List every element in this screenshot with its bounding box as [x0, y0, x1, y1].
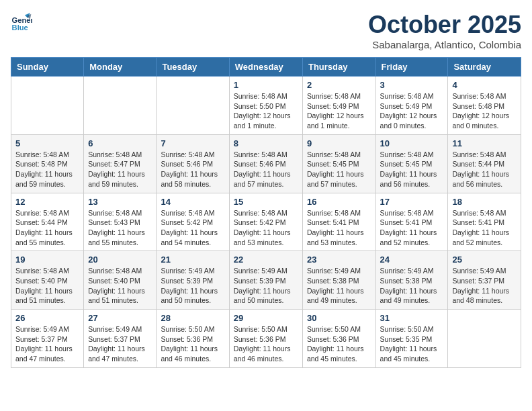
week-row-1: 1Sunrise: 5:48 AMSunset: 5:50 PMDaylight… [11, 77, 521, 135]
calendar-cell: 1Sunrise: 5:48 AMSunset: 5:50 PMDaylight… [229, 77, 302, 135]
day-number: 2 [307, 80, 371, 90]
day-number: 9 [307, 138, 371, 148]
day-number: 14 [161, 197, 224, 207]
day-info: Sunrise: 5:48 AMSunset: 5:44 PMDaylight:… [15, 208, 79, 248]
calendar-cell: 30Sunrise: 5:50 AMSunset: 5:36 PMDayligh… [302, 310, 375, 368]
calendar-cell: 7Sunrise: 5:48 AMSunset: 5:46 PMDaylight… [157, 134, 229, 193]
calendar-cell: 3Sunrise: 5:48 AMSunset: 5:49 PMDaylight… [375, 77, 448, 135]
weekday-header-row: SundayMondayTuesdayWednesdayThursdayFrid… [11, 58, 521, 77]
day-info: Sunrise: 5:48 AMSunset: 5:40 PMDaylight:… [15, 266, 79, 306]
day-info: Sunrise: 5:50 AMSunset: 5:35 PMDaylight:… [380, 324, 444, 364]
day-info: Sunrise: 5:48 AMSunset: 5:49 PMDaylight:… [307, 91, 371, 131]
calendar-cell: 16Sunrise: 5:48 AMSunset: 5:41 PMDayligh… [302, 193, 375, 251]
calendar-cell: 20Sunrise: 5:48 AMSunset: 5:40 PMDayligh… [84, 251, 157, 310]
day-number: 19 [15, 255, 79, 265]
calendar-cell: 13Sunrise: 5:48 AMSunset: 5:43 PMDayligh… [84, 193, 157, 251]
day-number: 7 [161, 138, 224, 148]
day-info: Sunrise: 5:48 AMSunset: 5:41 PMDaylight:… [307, 208, 371, 248]
weekday-header-saturday: Saturday [448, 58, 521, 77]
day-number: 15 [234, 197, 298, 207]
day-info: Sunrise: 5:49 AMSunset: 5:38 PMDaylight:… [307, 266, 371, 306]
day-number: 21 [161, 255, 224, 265]
day-info: Sunrise: 5:48 AMSunset: 5:42 PMDaylight:… [234, 208, 298, 248]
calendar-cell [11, 77, 84, 135]
day-info: Sunrise: 5:49 AMSunset: 5:37 PMDaylight:… [452, 266, 517, 306]
weekday-header-friday: Friday [375, 58, 448, 77]
calendar-cell [157, 77, 229, 135]
calendar-cell: 26Sunrise: 5:49 AMSunset: 5:37 PMDayligh… [11, 310, 84, 368]
day-info: Sunrise: 5:49 AMSunset: 5:38 PMDaylight:… [380, 266, 444, 306]
calendar-cell: 5Sunrise: 5:48 AMSunset: 5:48 PMDaylight… [11, 134, 84, 193]
calendar-cell: 23Sunrise: 5:49 AMSunset: 5:38 PMDayligh… [302, 251, 375, 310]
week-row-2: 5Sunrise: 5:48 AMSunset: 5:48 PMDaylight… [11, 134, 521, 193]
day-number: 13 [88, 197, 152, 207]
day-number: 29 [234, 313, 298, 323]
day-info: Sunrise: 5:48 AMSunset: 5:49 PMDaylight:… [380, 91, 444, 131]
calendar-cell: 14Sunrise: 5:48 AMSunset: 5:42 PMDayligh… [157, 193, 229, 251]
day-info: Sunrise: 5:48 AMSunset: 5:46 PMDaylight:… [161, 150, 224, 189]
calendar-cell: 31Sunrise: 5:50 AMSunset: 5:35 PMDayligh… [375, 310, 448, 368]
svg-text:Blue: Blue [12, 24, 28, 32]
logo: General Blue [11, 11, 32, 32]
week-row-5: 26Sunrise: 5:49 AMSunset: 5:37 PMDayligh… [11, 310, 521, 368]
calendar-cell: 12Sunrise: 5:48 AMSunset: 5:44 PMDayligh… [11, 193, 84, 251]
day-info: Sunrise: 5:48 AMSunset: 5:44 PMDaylight:… [452, 150, 517, 189]
day-info: Sunrise: 5:48 AMSunset: 5:48 PMDaylight:… [15, 150, 79, 189]
weekday-header-thursday: Thursday [302, 58, 375, 77]
day-number: 6 [88, 138, 152, 148]
day-number: 28 [161, 313, 224, 323]
day-info: Sunrise: 5:49 AMSunset: 5:39 PMDaylight:… [234, 266, 298, 306]
day-number: 26 [15, 313, 79, 323]
calendar-cell: 9Sunrise: 5:48 AMSunset: 5:45 PMDaylight… [302, 134, 375, 193]
day-info: Sunrise: 5:48 AMSunset: 5:45 PMDaylight:… [380, 150, 444, 189]
day-info: Sunrise: 5:48 AMSunset: 5:42 PMDaylight:… [161, 208, 224, 248]
day-number: 17 [380, 197, 444, 207]
calendar-cell: 11Sunrise: 5:48 AMSunset: 5:44 PMDayligh… [448, 134, 521, 193]
day-number: 31 [380, 313, 444, 323]
logo-icon: General Blue [11, 11, 32, 32]
day-number: 4 [452, 80, 517, 90]
calendar-cell [448, 310, 521, 368]
calendar-cell: 22Sunrise: 5:49 AMSunset: 5:39 PMDayligh… [229, 251, 302, 310]
day-number: 20 [88, 255, 152, 265]
calendar-cell: 24Sunrise: 5:49 AMSunset: 5:38 PMDayligh… [375, 251, 448, 310]
day-number: 27 [88, 313, 152, 323]
calendar-cell [84, 77, 157, 135]
title-area: October 2025 Sabanalarga, Atlantico, Col… [368, 11, 521, 50]
day-number: 22 [234, 255, 298, 265]
weekday-header-tuesday: Tuesday [157, 58, 229, 77]
day-info: Sunrise: 5:48 AMSunset: 5:41 PMDaylight:… [452, 208, 517, 248]
page-header: General Blue October 2025 Sabanalarga, A… [11, 11, 521, 50]
day-info: Sunrise: 5:48 AMSunset: 5:40 PMDaylight:… [88, 266, 152, 306]
calendar-cell: 6Sunrise: 5:48 AMSunset: 5:47 PMDaylight… [84, 134, 157, 193]
day-info: Sunrise: 5:49 AMSunset: 5:37 PMDaylight:… [15, 324, 79, 364]
day-info: Sunrise: 5:50 AMSunset: 5:36 PMDaylight:… [307, 324, 371, 364]
calendar-cell: 18Sunrise: 5:48 AMSunset: 5:41 PMDayligh… [448, 193, 521, 251]
calendar-cell: 21Sunrise: 5:49 AMSunset: 5:39 PMDayligh… [157, 251, 229, 310]
day-number: 24 [380, 255, 444, 265]
day-number: 10 [380, 138, 444, 148]
day-number: 18 [452, 197, 517, 207]
calendar-cell: 2Sunrise: 5:48 AMSunset: 5:49 PMDaylight… [302, 77, 375, 135]
calendar-cell: 17Sunrise: 5:48 AMSunset: 5:41 PMDayligh… [375, 193, 448, 251]
day-info: Sunrise: 5:50 AMSunset: 5:36 PMDaylight:… [234, 324, 298, 364]
day-number: 16 [307, 197, 371, 207]
day-info: Sunrise: 5:48 AMSunset: 5:50 PMDaylight:… [234, 91, 298, 131]
day-number: 30 [307, 313, 371, 323]
day-info: Sunrise: 5:48 AMSunset: 5:46 PMDaylight:… [234, 150, 298, 189]
day-number: 1 [234, 80, 298, 90]
calendar-cell: 15Sunrise: 5:48 AMSunset: 5:42 PMDayligh… [229, 193, 302, 251]
calendar-table: SundayMondayTuesdayWednesdayThursdayFrid… [11, 57, 521, 368]
day-number: 5 [15, 138, 79, 148]
month-title: October 2025 [368, 11, 521, 39]
day-number: 11 [452, 138, 517, 148]
calendar-cell: 29Sunrise: 5:50 AMSunset: 5:36 PMDayligh… [229, 310, 302, 368]
calendar-cell: 10Sunrise: 5:48 AMSunset: 5:45 PMDayligh… [375, 134, 448, 193]
weekday-header-sunday: Sunday [11, 58, 84, 77]
weekday-header-monday: Monday [84, 58, 157, 77]
day-number: 8 [234, 138, 298, 148]
day-number: 12 [15, 197, 79, 207]
day-info: Sunrise: 5:49 AMSunset: 5:39 PMDaylight:… [161, 266, 224, 306]
week-row-3: 12Sunrise: 5:48 AMSunset: 5:44 PMDayligh… [11, 193, 521, 251]
day-number: 3 [380, 80, 444, 90]
